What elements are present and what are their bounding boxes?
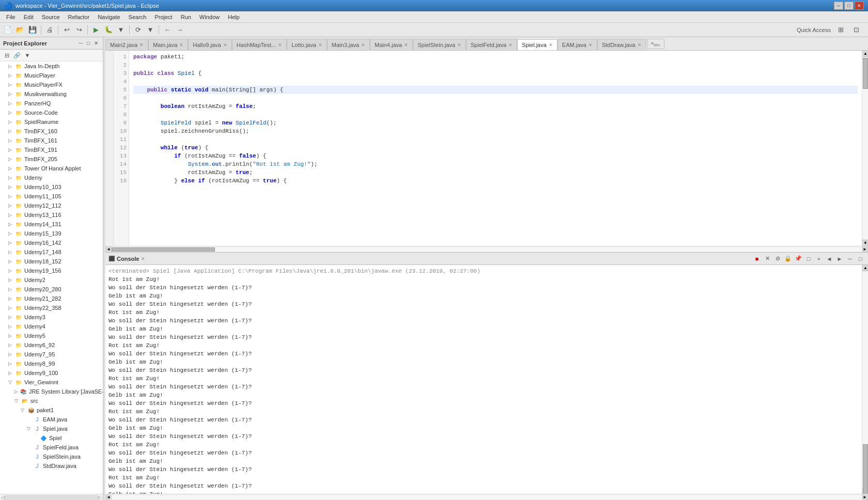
tree-item-musicplayerfx[interactable]: ▷ 📁 MusicPlayerFX [0,80,103,89]
tree-item-udemy18[interactable]: ▷ 📁 Udemy18_152 [0,257,103,266]
redo-button[interactable]: ↪ [73,24,85,36]
console-maximize-button[interactable]: □ [856,254,865,263]
tab-main4[interactable]: Main4.java ✕ [370,39,413,50]
tab-close-icon[interactable]: ✕ [638,42,642,48]
console-scroll-up-button[interactable]: ▲ [862,265,868,271]
tree-item-udemy17[interactable]: ▷ 📁 Udemy17_148 [0,247,103,257]
sidebar-minimize-button[interactable]: ─ [78,40,84,46]
code-area[interactable]: package paket1; public class Spiel { pub… [129,51,862,246]
tree-item-udemy[interactable]: ▷ 📁 Udemy [0,173,103,182]
tree-item-udemy5[interactable]: ▷ 📁 Udemy5 [0,331,103,340]
tree-item-spielfeld-java[interactable]: J SpielFeld.java [0,443,103,452]
tree-item-udemy9[interactable]: ▷ 📁 Udemy9_100 [0,368,103,378]
tab-close-icon[interactable]: ✕ [508,42,513,48]
tree-item-udemy11[interactable]: ▷ 📁 Udemy11_105 [0,192,103,201]
save-button[interactable]: 💾 [27,24,38,36]
tab-close-icon[interactable]: ✕ [549,42,553,48]
console-pin-button[interactable]: 📌 [794,254,803,263]
tree-item-panzerhq[interactable]: ▷ 📁 PanzerHQ [0,99,103,108]
sidebar-horizontal-scrollbar[interactable]: ◁ ▷ [0,494,103,500]
tree-item-udemy6[interactable]: ▷ 📁 Udemy6_92 [0,340,103,350]
tree-item-timbfx161[interactable]: ▷ 📁 TimBFX_161 [0,136,103,145]
tree-item-udemy3[interactable]: ▷ 📁 Udemy3 [0,312,103,322]
debug-button[interactable]: 🐛 [103,24,114,36]
scroll-down-button[interactable]: ▼ [862,240,868,246]
hscroll-right-button[interactable]: ► [862,246,868,253]
tree-item-timbfx191[interactable]: ▷ 📁 TimBFX_191 [0,145,103,154]
tab-main[interactable]: Main.java ✕ [148,39,188,50]
tab-close-icon[interactable]: ✕ [361,42,365,48]
new-button[interactable]: 📄 [2,24,13,36]
tree-item-musikverwaltung[interactable]: ▷ 📁 Musikverwaltung [0,89,103,99]
tree-item-udemy7[interactable]: ▷ 📁 Udemy7_95 [0,350,103,359]
tab-main2[interactable]: Main2.java ✕ [105,39,148,50]
tab-close-icon[interactable]: ✕ [404,42,408,48]
menu-edit[interactable]: Edit [20,13,38,21]
run-config-button[interactable]: ▼ [115,24,127,36]
tree-item-udemy10[interactable]: ▷ 📁 Udemy10_103 [0,182,103,192]
tree-item-udemy15[interactable]: ▷ 📁 Udemy15_139 [0,229,103,238]
tree-item-udemy12[interactable]: ▷ 📁 Udemy12_112 [0,201,103,210]
close-button[interactable]: ✕ [855,2,864,10]
tree-item-udemy13[interactable]: ▷ 📁 Udemy13_116 [0,210,103,220]
tab-close-icon[interactable]: ✕ [457,42,461,48]
tree-item-udemy22[interactable]: ▷ 📁 Udemy22_358 [0,303,103,312]
tree-item-stddraw-java[interactable]: J StdDraw.java [0,461,103,471]
tab-close-icon[interactable]: ✕ [179,42,183,48]
view-button[interactable]: ⊡ [850,24,862,36]
menu-project[interactable]: Project [150,13,176,21]
tree-item-spiel-java[interactable]: ▽ J Spiel.java [0,424,103,433]
console-right-button[interactable]: ► [835,254,844,263]
console-hscroll-left-button[interactable]: ◄ [105,494,112,501]
tab-stddraw[interactable]: StdDraw.java ✕ [597,39,646,50]
tree-item-tower-of-hanoi[interactable]: ▷ 📁 Tower Of Hanoi Applet [0,164,103,173]
tree-item-spielstein-java[interactable]: J SpielStein.java [0,452,103,461]
menu-help[interactable]: Help [224,13,244,21]
tree-item-timbfx160[interactable]: ▷ 📁 TimBFX_160 [0,127,103,136]
tab-close-icon[interactable]: ✕ [278,42,282,48]
menu-search[interactable]: Search [125,13,151,21]
maximize-button[interactable]: □ [844,2,854,10]
console-display-button[interactable]: □ [804,254,813,263]
open-button[interactable]: 📂 [14,24,26,36]
console-remove-button[interactable]: ✕ [763,254,772,263]
tree-item-src[interactable]: ▽ 📂 src [0,396,103,405]
tab-close-icon[interactable]: ✕ [223,42,227,48]
tab-overflow-button[interactable]: »55+ [647,39,664,49]
tab-close-icon[interactable]: ✕ [140,42,144,48]
tree-item-udemy8[interactable]: ▷ 📁 Udemy8_99 [0,359,103,368]
menu-run[interactable]: Run [177,13,195,21]
tab-hashmap[interactable]: HashMapTest... ✕ [232,39,287,50]
refresh-button[interactable]: ⟳ [132,24,144,36]
forward-button[interactable]: → [174,24,185,36]
tree-item-source-code[interactable]: ▷ 📁 Source-Code [0,108,103,117]
tab-close-icon[interactable]: ✕ [318,42,322,48]
tree-item-udemy14[interactable]: ▷ 📁 Udemy14_131 [0,220,103,229]
tab-hallo9[interactable]: Hallo9.java ✕ [188,39,231,50]
minimize-button[interactable]: ─ [834,2,843,10]
tree-item-timbfx205[interactable]: ▷ 📁 TimBFX_205 [0,154,103,164]
back-button[interactable]: ← [162,24,173,36]
tree-item-eam-java[interactable]: J EAM.java [0,415,103,424]
console-left-button[interactable]: ◄ [825,254,834,263]
tab-spielfeld[interactable]: SpielFeld.java ✕ [466,39,517,50]
tree-item-spiel-class[interactable]: 🔷 Spiel [0,433,103,443]
tree-item-musicplayer[interactable]: ▷ 📁 MusicPlayer [0,71,103,80]
tree-item-udemy2[interactable]: ▷ 📁 Udemy2 [0,275,103,285]
console-vertical-scrollbar[interactable]: ▲ ▼ [862,265,868,494]
print-button[interactable]: 🖨 [44,24,55,36]
tree-item-jre-library[interactable]: ▷ 📚 JRE System Library [JavaSE-1.] [0,387,103,396]
link-editor-button[interactable]: 🔗 [12,51,22,60]
menu-refactor[interactable]: Refactor [64,13,94,21]
tree-item-spielraeume[interactable]: ▷ 📁 SpielRaeume [0,117,103,127]
tab-spiel-active[interactable]: Spiel.java ✕ [517,39,557,51]
titlebar-controls[interactable]: ─ □ ✕ [834,2,864,10]
tab-lotto[interactable]: Lotto.java ✕ [287,39,327,50]
console-minimize-button[interactable]: ─ [845,254,855,263]
run-button[interactable]: ▶ [90,24,102,36]
editor-horizontal-scrollbar[interactable]: ◄ ► [105,246,868,252]
undo-button[interactable]: ↩ [61,24,72,36]
tree-item-vier-gewinnt[interactable]: ▽ 📁 Vier_Gewinnt [0,378,103,387]
tab-spielstein[interactable]: SpielStein.java ✕ [413,39,466,50]
tree-item-udemy19[interactable]: ▷ 📁 Udemy19_156 [0,266,103,275]
